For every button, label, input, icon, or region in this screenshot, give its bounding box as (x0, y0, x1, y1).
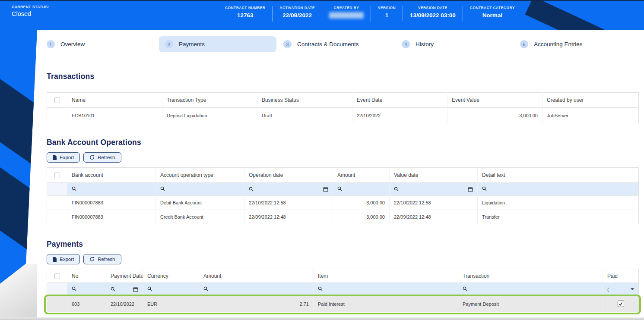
cell-operation-date: 22/09/2022 12:48 (244, 210, 333, 224)
filter-row: ( (47, 283, 639, 296)
tab-number-badge: 2 (165, 40, 173, 48)
tab-history[interactable]: 4 History (402, 36, 520, 52)
filter-amount[interactable] (199, 283, 314, 296)
search-icon (482, 186, 487, 191)
calendar-icon[interactable] (133, 287, 138, 292)
cell-transaction-type: Deposit Liquidation (162, 108, 257, 123)
tab-number-badge: 3 (283, 40, 292, 48)
cell-no: 603 (67, 296, 106, 312)
bao-toolbar: Export Refresh (47, 152, 638, 163)
cell-value-date: 22/10/2022 12:58 (390, 196, 478, 210)
tab-payments[interactable]: 2 Payments (165, 36, 283, 52)
select-all-checkbox[interactable] (54, 97, 60, 103)
table-header-row: Name Transaction Type Business Status Ev… (47, 93, 639, 108)
payments-table-wrapper: No Payment Date Currency Amount Item Tra… (47, 269, 638, 312)
table-row[interactable]: FIN000007883 Credit Bank Account 22/09/2… (47, 210, 639, 224)
document-icon (53, 155, 57, 160)
filter-no[interactable] (67, 283, 106, 296)
field-version: VERSION 1 (371, 6, 403, 19)
cell-amount: 3,000.00 (333, 196, 390, 210)
cell-bank-account: FIN000007883 (67, 210, 156, 224)
field-version-date: VERSION DATE 13/09/2022 03:00 (403, 6, 463, 19)
filter-bank-account[interactable] (67, 183, 156, 196)
field-contract-category: CONTRACT CATEGORY Normal (463, 6, 522, 19)
select-all-checkbox[interactable] (54, 273, 60, 279)
chevron-down-icon[interactable] (631, 288, 634, 290)
table-row[interactable]: FIN000007883 Debit Bank Account 22/10/20… (47, 196, 639, 210)
filter-detail-text[interactable] (478, 183, 639, 196)
calendar-icon[interactable] (468, 187, 473, 192)
table-header-row: No Payment Date Currency Amount Item Tra… (47, 269, 639, 283)
search-icon (337, 186, 342, 191)
cell-created-by-user: JobServer (542, 108, 639, 123)
step-tabs: 1 Overview 2 Payments 3 Contracts & Docu… (47, 36, 638, 52)
window-bottom-edge (0, 317, 644, 320)
search-icon (111, 287, 115, 292)
document-icon (53, 257, 57, 262)
current-status-value: Closed (12, 10, 49, 17)
search-icon (147, 286, 152, 291)
select-all-checkbox[interactable] (54, 173, 60, 178)
paid-checkbox-checked[interactable] (618, 301, 624, 307)
cell-name: ECB10101 (67, 108, 162, 123)
search-icon (160, 186, 165, 191)
refresh-icon (89, 257, 95, 262)
filter-payment-date[interactable] (106, 283, 143, 296)
filter-value-date[interactable] (390, 183, 478, 196)
cell-currency: EUR (143, 296, 199, 312)
redacted-value (329, 12, 364, 19)
tab-accounting-entries[interactable]: 5 Accounting Entries (520, 36, 638, 52)
current-status-label: CURRENT STATUS: (12, 5, 49, 9)
export-button[interactable]: Export (47, 254, 80, 264)
filter-item[interactable] (314, 283, 458, 296)
search-icon (203, 286, 208, 291)
cell-detail-text: Transfer (478, 210, 639, 224)
cell-item: Paid Interest (314, 296, 458, 312)
cell-transaction: Payment Deposit (458, 296, 603, 312)
decorative-left-wedge (0, 30, 37, 284)
table-row[interactable]: ECB10101 Deposit Liquidation Draft 22/10… (47, 108, 639, 123)
cell-account-operation-type: Credit Bank Account (156, 210, 244, 224)
cell-amount: 3,000.00 (333, 210, 390, 224)
search-icon (318, 286, 323, 291)
refresh-icon (89, 155, 95, 160)
contract-header-fields: CONTRACT NUMBER 12763 ACTIVATION DATE 22… (218, 6, 522, 22)
transactions-table: Name Transaction Type Business Status Ev… (47, 92, 639, 123)
field-created-by: CREATED BY (322, 6, 371, 19)
filter-transaction[interactable] (458, 283, 603, 296)
search-icon (463, 286, 467, 291)
search-icon (249, 187, 254, 191)
search-icon (72, 186, 76, 191)
refresh-button[interactable]: Refresh (83, 152, 121, 163)
table-row-highlighted[interactable]: 603 22/10/2022 EUR 2.71 Paid Interest Pa… (47, 296, 639, 312)
decorative-navy-stripe (0, 67, 37, 183)
tab-contracts-documents[interactable]: 3 Contracts & Documents (283, 36, 402, 52)
filter-row (47, 183, 639, 196)
filter-operation-date[interactable] (244, 183, 333, 196)
search-icon (394, 187, 399, 191)
export-button[interactable]: Export (47, 152, 80, 163)
cell-value-date: 22/09/2022 12:48 (390, 210, 478, 224)
cell-account-operation-type: Debit Bank Account (156, 196, 244, 210)
bank-account-operations-section-title: Bank Account Operations (47, 138, 638, 147)
filter-amount[interactable] (333, 183, 390, 196)
payments-section-title: Payments (47, 240, 638, 249)
tab-number-badge: 4 (402, 40, 410, 48)
refresh-button[interactable]: Refresh (83, 254, 121, 264)
tab-number-badge: 1 (47, 40, 55, 48)
cell-event-value: 3,000.00 (447, 108, 542, 123)
cell-event-date: 22/10/2022 (352, 108, 447, 123)
current-status-block: CURRENT STATUS: Closed (12, 5, 49, 17)
cell-bank-account: FIN000007883 (67, 196, 156, 210)
top-header-bar: CURRENT STATUS: Closed CONTRACT NUMBER 1… (0, 0, 644, 30)
filter-account-operation-type[interactable] (156, 183, 244, 196)
payments-toolbar: Export Refresh (47, 254, 638, 264)
filter-paid-dropdown[interactable]: ( (603, 283, 639, 296)
bank-account-operations-table: Bank account Account operation type Oper… (47, 167, 639, 224)
tab-overview[interactable]: 1 Overview (47, 36, 165, 52)
cell-amount: 2.71 (199, 296, 314, 312)
decorative-navy-stripe (525, 0, 644, 30)
calendar-icon[interactable] (323, 187, 328, 192)
filter-currency[interactable] (143, 283, 199, 296)
checkmark-icon (619, 302, 623, 306)
